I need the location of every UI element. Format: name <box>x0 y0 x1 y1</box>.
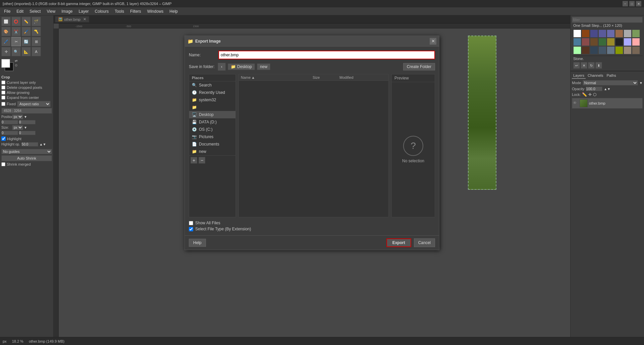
tool-crop[interactable]: ✂ <box>11 37 21 46</box>
pattern-cell-18[interactable] <box>582 46 590 54</box>
menu-filters[interactable]: Filters <box>127 8 144 14</box>
menu-tools[interactable]: Tools <box>112 8 127 14</box>
tool-scissors[interactable]: ✂️ <box>11 27 21 36</box>
places-remove-button[interactable]: − <box>199 157 205 164</box>
tool-color-select[interactable]: 🎨 <box>1 27 11 36</box>
pattern-cell-17[interactable] <box>573 46 581 54</box>
position-dropdown-icon[interactable]: ▼ <box>24 115 27 119</box>
tool-rect-select[interactable]: ⬜ <box>1 17 11 26</box>
tool-move[interactable]: ✛ <box>1 47 11 56</box>
pattern-filter-input[interactable] <box>572 17 643 23</box>
position-unit-select[interactable]: px <box>12 114 23 119</box>
places-item-documents[interactable]: 📄 Documents <box>189 140 235 148</box>
dialog-close-button[interactable]: ✕ <box>430 38 436 45</box>
cancel-button[interactable]: Cancel <box>414 238 435 247</box>
menu-view[interactable]: View <box>44 8 58 14</box>
allow-growing-checkbox[interactable] <box>1 91 5 95</box>
maximize-button[interactable]: □ <box>629 1 635 6</box>
size-w-input[interactable] <box>1 131 18 135</box>
expand-from-center-checkbox[interactable] <box>1 96 5 100</box>
column-size-header[interactable]: Size <box>313 75 339 79</box>
pattern-cell-7[interactable] <box>624 30 632 38</box>
size-dropdown-icon[interactable]: ▼ <box>24 126 27 129</box>
menu-select[interactable]: Select <box>27 8 43 14</box>
places-item-blank[interactable]: 📁 <box>189 104 235 111</box>
tab-paths[interactable]: Paths <box>605 73 618 79</box>
pattern-cell-19[interactable] <box>590 46 598 54</box>
highlight-checkbox[interactable] <box>1 136 6 141</box>
pattern-cell-24[interactable] <box>632 46 640 54</box>
tab-layers[interactable]: Layers <box>572 73 586 79</box>
layer-mode-select[interactable]: Normal <box>583 80 638 85</box>
breadcrumb-desktop[interactable]: 📁 Desktop <box>228 63 255 70</box>
column-name-header[interactable]: Name ▲ <box>241 75 313 79</box>
fixed-aspect-checkbox[interactable] <box>1 102 5 106</box>
breadcrumb-new[interactable]: new <box>257 63 270 70</box>
lock-position-icon[interactable]: ✛ <box>588 92 592 97</box>
places-item-system32[interactable]: 📁 system32 <box>189 96 235 104</box>
size-h-input[interactable] <box>19 131 36 135</box>
places-item-data-d[interactable]: 💾 DATA (D:) <box>189 118 235 126</box>
pattern-cell-11[interactable] <box>590 38 598 46</box>
shrink-merged-checkbox[interactable] <box>1 162 5 166</box>
pattern-cell-13[interactable] <box>607 38 615 46</box>
tool-fuzzy-select[interactable]: 🪄 <box>32 17 41 26</box>
pattern-cell-23[interactable] <box>624 46 632 54</box>
current-layer-checkbox[interactable] <box>1 80 5 84</box>
pattern-cell-15[interactable] <box>624 38 632 46</box>
export-button[interactable]: Export <box>386 238 411 247</box>
places-item-recently-used[interactable]: 🕐 Recently Used <box>189 89 235 96</box>
close-button[interactable]: ✕ <box>636 1 641 6</box>
places-item-new[interactable]: 📁 new <box>189 148 235 155</box>
lock-alpha-icon[interactable]: ⬡ <box>593 92 596 97</box>
help-button[interactable]: Help <box>189 239 206 247</box>
pattern-cell-3[interactable] <box>590 30 598 38</box>
pattern-cell-9[interactable] <box>573 38 581 46</box>
tool-zoom[interactable]: 🔍 <box>11 47 21 56</box>
lock-pixels-icon[interactable]: ✏️ <box>582 92 587 97</box>
pattern-cell-10[interactable] <box>582 38 590 46</box>
layer-visibility-icon[interactable]: 👁 <box>573 101 578 106</box>
size-unit-select[interactable]: px <box>12 125 23 130</box>
pattern-cell-14[interactable] <box>615 38 623 46</box>
places-add-button[interactable]: + <box>191 157 197 164</box>
tool-free-select[interactable]: ✏️ <box>21 17 31 26</box>
filename-input[interactable] <box>218 51 435 59</box>
tab-channels[interactable]: Channels <box>586 73 604 79</box>
folder-back-button[interactable]: ‹ <box>218 63 226 71</box>
position-y-input[interactable] <box>19 120 36 124</box>
auto-shrink-button[interactable]: Auto Shrink <box>1 155 52 161</box>
opacity-input[interactable] <box>586 87 602 91</box>
fixed-aspect-select[interactable]: Aspect ratio <box>17 101 51 107</box>
tool-text[interactable]: A <box>32 47 41 56</box>
highlight-op-input[interactable] <box>21 142 38 147</box>
pattern-cell-6[interactable] <box>615 30 623 38</box>
pattern-action-4[interactable]: ⬇ <box>595 62 602 69</box>
pattern-cell-20[interactable] <box>598 46 606 54</box>
pattern-cell-8[interactable] <box>632 30 640 38</box>
column-modified-header[interactable]: Modified <box>339 75 386 79</box>
tool-ellipse-select[interactable]: ⭕ <box>11 17 21 26</box>
pattern-cell-22[interactable] <box>615 46 623 54</box>
reset-colors-icon[interactable]: ⊙ <box>15 63 17 67</box>
swap-colors-icon[interactable]: ⇄ <box>15 59 17 63</box>
pattern-action-1[interactable]: ↩ <box>573 62 580 69</box>
tool-measure[interactable]: 📐 <box>21 47 31 56</box>
places-item-search[interactable]: 🔍 Search <box>189 81 235 89</box>
tool-paint-select[interactable]: 🖊️ <box>1 37 11 46</box>
pattern-cell-5[interactable] <box>607 30 615 38</box>
places-item-pictures[interactable]: 📷 Pictures <box>189 133 235 140</box>
pattern-cell-12[interactable] <box>598 38 606 46</box>
places-item-desktop[interactable]: 🖥️ Desktop <box>189 111 235 118</box>
tool-foreground-select[interactable]: 🖌️ <box>21 27 31 36</box>
pattern-cell-16[interactable] <box>632 38 640 46</box>
menu-image[interactable]: Image <box>59 8 75 14</box>
pattern-cell-1[interactable] <box>573 30 581 38</box>
tool-paths[interactable]: 〽️ <box>32 27 41 36</box>
pattern-action-2[interactable]: ✕ <box>581 62 587 69</box>
tool-align[interactable]: ⊞ <box>32 37 41 46</box>
select-file-type-checkbox[interactable] <box>189 227 193 231</box>
highlight-op-stepper[interactable]: ▲▼ <box>40 142 46 146</box>
delete-cropped-checkbox[interactable] <box>1 85 5 90</box>
guide-select[interactable]: No guides <box>1 149 52 154</box>
